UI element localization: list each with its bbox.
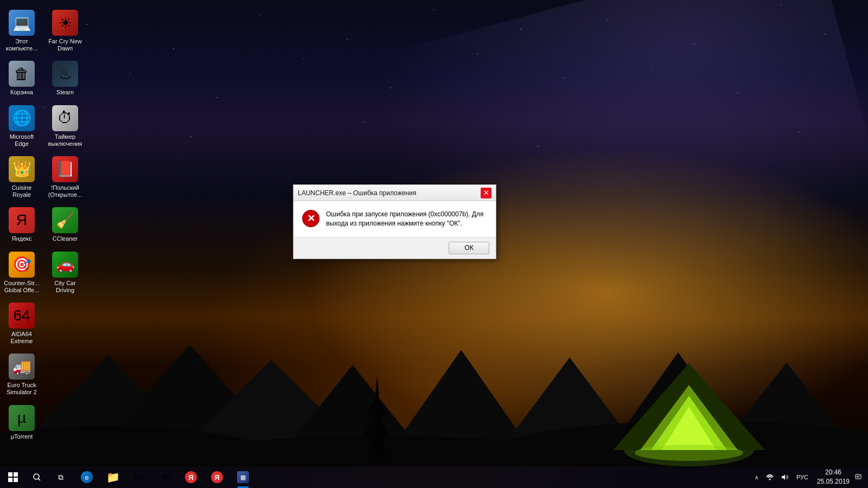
store-icon: 🛍 xyxy=(134,472,144,483)
icon-image-farcry: ☀ xyxy=(52,10,78,36)
desktop-icon-timer[interactable]: ⏱Таймер выключения xyxy=(43,101,87,152)
taskbar-system-tray: ∧ РУС 20:46 25.05.2019 xyxy=(751,466,868,488)
dialog-title: LAUNCHER.exe – Ошибка приложения xyxy=(298,189,416,197)
error-icon: ✕ xyxy=(302,210,320,227)
clock-date: 25.05.2019 xyxy=(817,477,850,486)
system-expand-button[interactable]: ∧ xyxy=(751,466,762,488)
icon-image-city-car: 🚗 xyxy=(52,252,78,278)
icon-label-csgo: Counter-Str... Global Offe... xyxy=(2,280,41,294)
desktop-icon-edge[interactable]: 🌐Microsoft Edge xyxy=(0,101,43,152)
icon-image-utorrent: µ xyxy=(9,405,35,431)
desktop-icon-utorrent[interactable]: µµTorrent xyxy=(0,401,43,445)
desktop-icon-farcry[interactable]: ☀Far Cry New Dawn xyxy=(43,5,87,56)
taskbar-app-edge[interactable]: e xyxy=(74,466,100,488)
taskbar: ⧉ e 📁 🛍 ✉ Я Я ▦ ∧ xyxy=(0,466,868,488)
icon-label-euro-truck: Euro Truck Simulator 2 xyxy=(2,382,41,396)
taskbar-app-explorer[interactable]: 📁 xyxy=(100,466,126,488)
svg-rect-22 xyxy=(8,478,12,482)
icon-image-cuisine: 👑 xyxy=(9,156,35,182)
launcher-taskbar-icon: ▦ xyxy=(237,471,249,483)
icon-label-utorrent: µTorrent xyxy=(11,433,33,440)
icon-image-csgo: 🎯 xyxy=(9,252,35,278)
icon-image-steam: ♨ xyxy=(52,61,78,87)
mail-icon: ✉ xyxy=(161,471,169,483)
edge-taskbar-icon: e xyxy=(81,471,93,483)
dialog-ok-button[interactable]: ОК xyxy=(449,242,489,254)
desktop-icon-steam[interactable]: ♨Steam xyxy=(43,56,87,100)
desktop-icon-euro-truck[interactable]: 🚚Euro Truck Simulator 2 xyxy=(0,349,43,400)
svg-rect-28 xyxy=(856,474,861,479)
icon-label-cuisine: Cuisine Royale xyxy=(2,184,41,198)
icon-image-edge: 🌐 xyxy=(9,105,35,131)
dialog-footer: ОК xyxy=(293,237,496,259)
explorer-icon: 📁 xyxy=(106,471,120,484)
icon-label-edge: Microsoft Edge xyxy=(2,133,41,147)
taskbar-app-yandex[interactable]: Я xyxy=(178,466,204,488)
yandex-taskbar-icon: Я xyxy=(185,471,197,483)
svg-rect-23 xyxy=(14,478,18,482)
taskbar-search-button[interactable] xyxy=(26,466,48,488)
dialog-titlebar: LAUNCHER.exe – Ошибка приложения ✕ xyxy=(293,185,496,201)
desktop-icon-this-pc[interactable]: 💻Этот компьюте... xyxy=(0,5,43,56)
error-dialog: LAUNCHER.exe – Ошибка приложения ✕ ✕ Оши… xyxy=(293,184,496,259)
desktop-icon-trash[interactable]: 🗑Корзина xyxy=(0,56,43,100)
desktop-icon-csgo[interactable]: 🎯Counter-Str... Global Offe... xyxy=(0,247,43,298)
desktop-icon-aida[interactable]: 64AIDA64 Extreme xyxy=(0,298,43,349)
speaker-icon[interactable] xyxy=(778,466,792,488)
task-view-icon: ⧉ xyxy=(58,473,63,482)
icon-label-polish: !Польский (Открытое... xyxy=(46,184,85,198)
icon-label-trash: Корзина xyxy=(10,89,33,96)
notification-icon xyxy=(855,474,861,480)
icon-label-city-car: City Car Driving xyxy=(46,280,85,294)
svg-point-19 xyxy=(635,445,743,461)
svg-line-25 xyxy=(39,479,41,481)
language-indicator[interactable]: РУС xyxy=(793,466,812,488)
tent xyxy=(608,342,770,466)
icon-image-this-pc: 💻 xyxy=(9,10,35,36)
svg-rect-20 xyxy=(8,472,12,477)
clock-time: 20:46 xyxy=(825,468,841,477)
icon-image-timer: ⏱ xyxy=(52,105,78,131)
icon-image-trash: 🗑 xyxy=(9,61,35,87)
desktop-icon-polish[interactable]: 📕!Польский (Открытое... xyxy=(43,152,87,203)
expand-icon: ∧ xyxy=(755,474,758,480)
taskbar-app-store[interactable]: 🛍 xyxy=(126,466,152,488)
icon-image-ccleaner: 🧹 xyxy=(52,207,78,233)
desktop-icon-yandex[interactable]: ЯЯндекс xyxy=(0,203,43,247)
icon-label-aida: AIDA64 Extreme xyxy=(2,331,41,345)
desktop-icons: 💻Этот компьюте...🗑Корзина🌐Microsoft Edge… xyxy=(0,5,87,455)
language-text: РУС xyxy=(796,474,808,480)
icon-image-aida: 64 xyxy=(9,303,35,329)
svg-point-26 xyxy=(769,479,770,480)
task-view-button[interactable]: ⧉ xyxy=(48,466,74,488)
dialog-message: Ошибка при запуске приложения (0xc000007… xyxy=(326,210,487,228)
network-icon[interactable] xyxy=(763,466,777,488)
icon-label-yandex: Яндекс xyxy=(12,235,32,242)
icon-label-farcry: Far Cry New Dawn xyxy=(46,38,85,52)
yandex2-taskbar-icon: Я xyxy=(211,471,223,483)
taskbar-app-launcher[interactable]: ▦ xyxy=(230,466,256,488)
icon-image-euro-truck: 🚚 xyxy=(9,354,35,380)
icon-label-timer: Таймер выключения xyxy=(46,133,85,147)
dialog-close-button[interactable]: ✕ xyxy=(481,188,492,198)
icon-label-steam: Steam xyxy=(56,89,74,96)
icon-label-this-pc: Этот компьюте... xyxy=(2,38,41,52)
icon-image-yandex: Я xyxy=(9,207,35,233)
desktop-icon-city-car[interactable]: 🚗City Car Driving xyxy=(43,247,87,298)
taskbar-clock[interactable]: 20:46 25.05.2019 xyxy=(813,466,854,488)
start-button[interactable] xyxy=(0,466,26,488)
desktop-icon-ccleaner[interactable]: 🧹CCleaner xyxy=(43,203,87,247)
notification-button[interactable] xyxy=(855,466,864,488)
taskbar-app-yandex2[interactable]: Я xyxy=(204,466,230,488)
dialog-body: ✕ Ошибка при запуске приложения (0xc0000… xyxy=(293,201,496,237)
svg-rect-21 xyxy=(14,472,18,477)
taskbar-app-mail[interactable]: ✉ xyxy=(152,466,178,488)
icon-label-ccleaner: CCleaner xyxy=(53,235,78,242)
desktop-icon-cuisine[interactable]: 👑Cuisine Royale xyxy=(0,152,43,203)
icon-image-polish: 📕 xyxy=(52,156,78,182)
svg-marker-27 xyxy=(782,474,785,480)
